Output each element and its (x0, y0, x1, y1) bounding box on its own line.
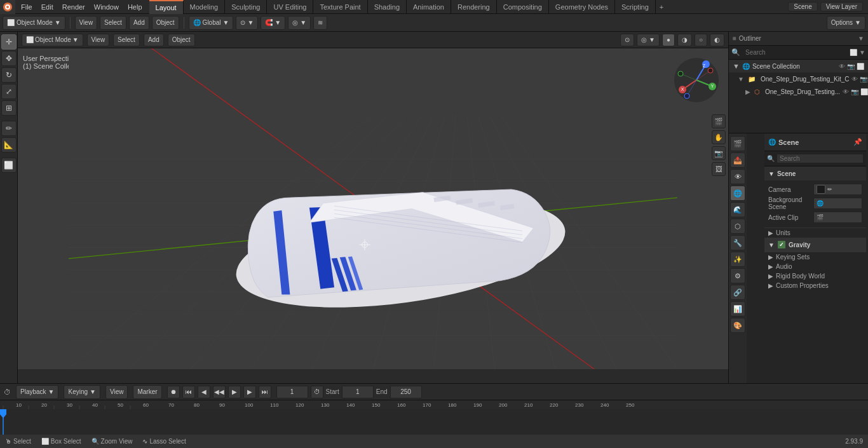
play-btn[interactable]: ▶ (228, 386, 241, 398)
menu-file[interactable]: File (17, 0, 37, 14)
pin-icon[interactable]: 📌 (853, 138, 862, 146)
props-search-input[interactable] (776, 154, 864, 163)
scale-tool[interactable]: ⤢ (1, 84, 17, 99)
scene-collection-row[interactable]: ▼ 🌐 Scene Collection 👁 📷 ⬜ (729, 60, 868, 72)
measure-tool[interactable]: 📐 (1, 137, 17, 153)
props-tab-object[interactable]: ⬡ (730, 219, 745, 234)
image-icon-btn[interactable]: 🖼 (712, 162, 726, 176)
grease-btn[interactable]: ≋ (313, 16, 327, 30)
pivot-btn[interactable]: ⊙ ▼ (236, 16, 258, 30)
prev-frame-btn[interactable]: ◀ (198, 386, 210, 398)
jump-end-btn[interactable]: ⏭ (259, 386, 271, 398)
props-tab-particles[interactable]: ✨ (730, 252, 745, 267)
transform-tool[interactable]: ⊞ (1, 100, 17, 116)
play-reverse-btn[interactable]: ◀◀ (213, 386, 226, 398)
workspace-tab-shading[interactable]: Shading (368, 0, 407, 14)
keying-section[interactable]: ▶ Keying Sets (764, 252, 866, 262)
audio-section[interactable]: ▶ Audio (764, 262, 866, 271)
camera2-icon-btn[interactable]: 📷 (712, 146, 726, 160)
units-section[interactable]: ▶ Units (764, 228, 866, 238)
item-render-0[interactable]: 📷 (860, 76, 867, 83)
select-menu[interactable]: Select (100, 16, 126, 30)
rotate-tool[interactable]: ↻ (1, 67, 17, 83)
playback-dropdown[interactable]: Playback ▼ (16, 385, 58, 399)
add-cube-tool[interactable]: ⬜ (1, 158, 17, 173)
outliner-item-0[interactable]: ▼ 📁 One_Step_Drug_Testing_Kit_C 👁 📷 ⬜ (729, 72, 868, 85)
item-eye-0[interactable]: 👁 (851, 76, 858, 83)
object-menu[interactable]: Object (152, 16, 179, 30)
props-tab-data[interactable]: 📊 (730, 301, 745, 316)
view-layer-selector[interactable]: View Layer (820, 2, 863, 11)
tab-add-button[interactable]: + (656, 2, 667, 12)
outliner-sort-icon[interactable]: ⬜ (850, 49, 857, 56)
menu-window[interactable]: Window (90, 0, 123, 14)
item-eye-1[interactable]: 👁 (843, 88, 849, 95)
jump-start-btn[interactable]: ⏮ (182, 386, 195, 398)
props-tab-output[interactable]: 📤 (730, 153, 745, 168)
end-frame-input[interactable] (390, 386, 422, 398)
props-tab-material[interactable]: 🎨 (730, 318, 745, 333)
mode-dropdown[interactable]: ⬜ Object Mode ▼ (3, 16, 65, 30)
props-tab-render[interactable]: 🎬 (730, 136, 745, 151)
props-tab-physics[interactable]: ⚙ (730, 268, 745, 283)
viewport-shading-mat[interactable]: ◐ (710, 34, 724, 46)
viewport-overlay-btn[interactable]: ◎ ▼ (637, 34, 660, 46)
viewport-canvas[interactable] (18, 48, 728, 369)
viewport-add-btn[interactable]: Add (144, 34, 164, 46)
menu-help[interactable]: Help (123, 0, 147, 14)
scene-selector[interactable]: Scene (788, 2, 817, 11)
viewport-object-btn[interactable]: Object (168, 34, 195, 46)
annotate-tool[interactable]: ✏ (1, 121, 17, 136)
transform-dropdown[interactable]: 🌐 Global ▼ (189, 16, 234, 30)
props-tab-world[interactable]: 🌊 (730, 202, 745, 217)
props-tab-constraints[interactable]: 🔗 (730, 285, 745, 300)
current-frame-input[interactable] (276, 386, 308, 398)
viewport-shading-solid[interactable]: ● (662, 34, 675, 46)
outliner-search-input[interactable] (743, 48, 850, 57)
timeline-ruler[interactable]: 10 20 30 40 50 60 70 80 90 100 110 120 1… (0, 400, 868, 409)
outliner-filter-icon[interactable]: ▼ (858, 35, 864, 42)
move-tool[interactable]: ✥ (1, 51, 17, 66)
hand-icon-btn[interactable]: ✋ (712, 130, 726, 144)
workspace-tab-layout[interactable]: Layout (149, 0, 184, 14)
snapping-btn[interactable]: 🧲 ▼ (261, 16, 285, 30)
gravity-checkbox[interactable]: ✓ (777, 240, 786, 249)
viewport-mode-btn[interactable]: ⬜ Object Mode ▼ (22, 34, 83, 46)
gravity-header[interactable]: ▼ ✓ Gravity (764, 238, 866, 252)
frame-fps-icon[interactable]: ⏱ (311, 386, 323, 398)
eye-icon[interactable]: 👁 (839, 63, 845, 70)
item-render-1[interactable]: 📷 (851, 88, 858, 95)
workspace-tab-uv[interactable]: UV Editing (267, 0, 313, 14)
camera-icon-btn[interactable]: 🎬 (712, 114, 726, 128)
exclude-icon[interactable]: ⬜ (857, 63, 864, 70)
timeline-track[interactable] (0, 409, 868, 435)
props-tab-modifier[interactable]: 🔧 (730, 235, 745, 250)
add-menu[interactable]: Add (129, 16, 149, 30)
next-frame-btn[interactable]: ▶ (243, 386, 256, 398)
custom-props-section[interactable]: ▶ Custom Properties (764, 281, 866, 290)
workspace-tab-texture[interactable]: Texture Paint (313, 0, 367, 14)
keying-dropdown[interactable]: Keying ▼ (64, 385, 100, 399)
workspace-tab-scripting[interactable]: Scripting (615, 0, 656, 14)
view-dropdown[interactable]: View (105, 385, 128, 399)
workspace-tab-animation[interactable]: Animation (407, 0, 451, 14)
view-menu[interactable]: View (75, 16, 98, 30)
viewport-shading-render[interactable]: ◑ (677, 34, 692, 46)
workspace-tab-modeling[interactable]: Modeling (184, 0, 226, 14)
props-tab-scene[interactable]: 🌐 (730, 186, 745, 201)
start-frame-input[interactable] (342, 386, 374, 398)
outliner-item-1[interactable]: ▶ ⬡ One_Step_Drug_Testing... 👁 📷 ⬜ (729, 85, 868, 98)
nav-gizmo[interactable]: Z Y X (671, 55, 722, 105)
workspace-tab-compositing[interactable]: Compositing (497, 0, 549, 14)
workspace-tab-sculpting[interactable]: Sculpting (225, 0, 267, 14)
marker-dropdown[interactable]: Marker (133, 385, 161, 399)
workspace-tab-rendering[interactable]: Rendering (451, 0, 497, 14)
background-scene-value[interactable]: 🌐 (813, 198, 862, 209)
cursor-tool[interactable]: ✛ (1, 34, 17, 50)
record-btn[interactable]: ⏺ (167, 386, 180, 398)
camera-value[interactable]: ✏ (813, 184, 862, 195)
active-clip-value[interactable]: 🎬 (813, 212, 862, 223)
scene-section-header[interactable]: ▼ Scene (764, 166, 866, 180)
proportional-btn[interactable]: ◎ ▼ (288, 16, 311, 30)
viewport-view-btn[interactable]: View (87, 34, 110, 46)
